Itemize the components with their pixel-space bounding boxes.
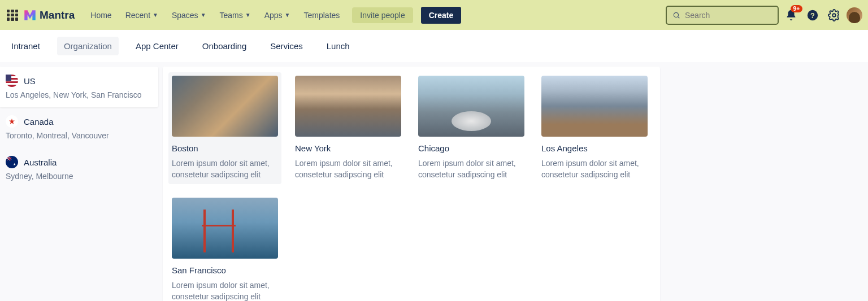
flag-icon: [6, 115, 18, 128]
nav-spaces[interactable]: Spaces▼: [165, 6, 213, 24]
city-image: [541, 76, 648, 137]
search-box[interactable]: [666, 6, 779, 25]
city-title: New York: [295, 143, 401, 153]
city-image: [418, 76, 524, 137]
nav-recent[interactable]: Recent▼: [119, 6, 165, 24]
city-image: [295, 76, 401, 137]
city-desc: Lorem ipsum dolor sit amet, consetetur s…: [172, 158, 278, 181]
user-avatar[interactable]: [847, 7, 862, 23]
help-icon: ?: [806, 9, 819, 21]
primary-nav: HomeRecent▼Spaces▼Teams▼Apps▼Templates: [84, 6, 346, 24]
nav-apps[interactable]: Apps▼: [258, 6, 297, 24]
country-sidebar: USLos Angeles, New York, San FranciscoCa…: [0, 62, 158, 301]
chevron-down-icon: ▼: [285, 12, 290, 18]
city-cards-panel: BostonLorem ipsum dolor sit amet, conset…: [163, 67, 660, 301]
apps-menu-icon[interactable]: [6, 8, 19, 22]
create-button[interactable]: Create: [421, 7, 462, 24]
city-title: Los Angeles: [541, 143, 648, 153]
tab-services[interactable]: Services: [263, 37, 310, 55]
flag-icon: [6, 156, 18, 168]
secondary-nav: IntranetOrganizationApp CenterOnboarding…: [0, 30, 868, 62]
city-desc: Lorem ipsum dolor sit amet, consetetur s…: [541, 158, 648, 181]
country-cities: Los Angeles, New York, San Francisco: [6, 90, 153, 99]
invite-button[interactable]: Invite people: [352, 7, 413, 23]
topbar: Mantra HomeRecent▼Spaces▼Teams▼Apps▼Temp…: [0, 0, 868, 30]
city-title: Boston: [172, 143, 278, 153]
country-us[interactable]: USLos Angeles, New York, San Francisco: [0, 67, 158, 107]
city-card-los-angeles[interactable]: Los AngelesLorem ipsum dolor sit amet, c…: [538, 72, 651, 184]
nav-home[interactable]: Home: [84, 6, 118, 24]
svg-point-4: [832, 14, 836, 17]
flag-icon: [6, 75, 18, 87]
country-name: Canada: [24, 117, 54, 126]
country-name: Australia: [24, 158, 57, 167]
tab-intranet[interactable]: Intranet: [5, 37, 47, 55]
notifications-badge: 9+: [791, 5, 802, 12]
svg-text:?: ?: [810, 11, 815, 19]
brand-name: Mantra: [40, 9, 75, 21]
notifications-button[interactable]: 9+: [782, 6, 800, 24]
tab-organization[interactable]: Organization: [57, 37, 119, 55]
search-input[interactable]: [685, 11, 772, 20]
tab-onboarding[interactable]: Onboarding: [196, 37, 253, 55]
nav-templates[interactable]: Templates: [297, 6, 347, 24]
city-title: Chicago: [418, 143, 524, 153]
gear-icon: [828, 9, 840, 21]
city-image: [172, 76, 278, 137]
city-desc: Lorem ipsum dolor sit amet, consetetur s…: [295, 158, 401, 181]
country-australia[interactable]: AustraliaSydney, Melbourne: [0, 148, 158, 189]
search-icon: [672, 11, 680, 20]
city-card-new-york[interactable]: New YorkLorem ipsum dolor sit amet, cons…: [292, 72, 405, 184]
city-card-san-francisco[interactable]: San FranciscoLorem ipsum dolor sit amet,…: [168, 194, 281, 301]
brand-logo[interactable]: Mantra: [23, 8, 75, 23]
chevron-down-icon: ▼: [245, 12, 251, 18]
chevron-down-icon: ▼: [201, 12, 206, 18]
city-card-boston[interactable]: BostonLorem ipsum dolor sit amet, conset…: [168, 72, 281, 184]
city-card-chicago[interactable]: ChicagoLorem ipsum dolor sit amet, conse…: [415, 72, 528, 184]
country-canada[interactable]: CanadaToronto, Montreal, Vancouver: [0, 107, 158, 148]
main-content: USLos Angeles, New York, San FranciscoCa…: [0, 62, 868, 301]
chevron-down-icon: ▼: [153, 12, 158, 18]
settings-button[interactable]: [825, 6, 843, 24]
tab-lunch[interactable]: Lunch: [320, 37, 357, 55]
tab-app-center[interactable]: App Center: [129, 37, 185, 55]
svg-line-1: [678, 16, 680, 18]
country-cities: Toronto, Montreal, Vancouver: [6, 131, 153, 140]
city-desc: Lorem ipsum dolor sit amet, consetetur s…: [172, 280, 278, 301]
help-button[interactable]: ?: [804, 6, 822, 24]
country-name: US: [24, 76, 36, 86]
country-cities: Sydney, Melbourne: [6, 172, 153, 181]
svg-point-0: [674, 12, 678, 17]
mantra-logo-icon: [23, 8, 37, 23]
nav-teams[interactable]: Teams▼: [213, 6, 258, 24]
city-image: [172, 198, 278, 259]
city-desc: Lorem ipsum dolor sit amet, consetetur s…: [418, 158, 524, 181]
city-title: San Francisco: [172, 265, 278, 275]
